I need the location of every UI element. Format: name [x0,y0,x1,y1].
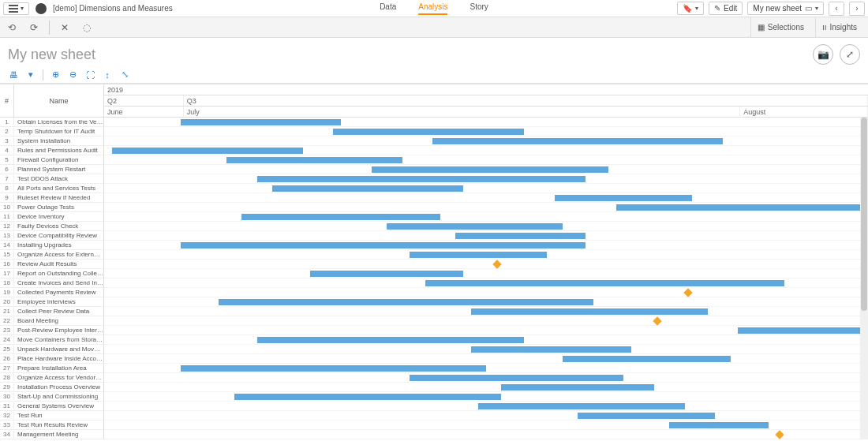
table-row[interactable]: 33Test Run Results Review [0,420,103,430]
table-row[interactable]: 31General Systems Overview [0,402,103,411]
table-row[interactable]: 13Device Compatibility Review [0,231,103,241]
step-forward-button[interactable]: ⟳ [27,21,41,35]
gantt-bar[interactable] [410,252,547,258]
gantt-bar[interactable] [272,185,463,192]
table-row[interactable]: 8All Ports and Services Tests [0,184,103,193]
gantt-bar[interactable] [669,422,769,428]
table-row[interactable]: 28Organize Access for Vendor Installatio [0,373,103,383]
table-row[interactable]: 22Board Meeting [0,316,103,326]
bookmark-button[interactable]: 🔖 ▾ [677,2,704,15]
gantt-bar[interactable] [181,365,486,372]
gantt-bar[interactable] [478,403,684,409]
gantt-bar[interactable] [219,299,593,305]
gantt-bar[interactable] [226,157,402,163]
menu-button[interactable]: ▾ [3,2,29,15]
expand-vert-button[interactable]: ↕ [100,68,114,82]
table-row[interactable]: 1Obtain Licenses from the Vendor [0,118,103,127]
milestone-diamond-icon[interactable] [492,260,501,268]
caret-down-icon: ▾ [695,5,698,12]
selections-panel-button[interactable]: ▦ Selections [750,17,810,38]
table-row[interactable]: 27Prepare Installation Area [0,364,103,373]
print-button[interactable]: 🖶 [6,68,21,82]
table-row[interactable]: 12Faulty Devices Check [0,222,103,231]
gantt-bar[interactable] [241,214,440,220]
table-row[interactable]: 32Test Run [0,411,103,420]
step-back-button[interactable]: ⟲ [5,21,19,35]
index-header[interactable]: # [0,84,14,117]
table-row[interactable]: 9Ruleset Review If Needed [0,193,103,203]
name-header[interactable]: Name [14,84,103,117]
table-row[interactable]: 15Organize Access for External Audit Tea [0,250,103,260]
gantt-bar[interactable] [372,166,608,173]
table-row[interactable]: 3System Installation [0,136,103,146]
gantt-bar[interactable] [310,271,463,277]
edit-button[interactable]: ✎ Edit [709,2,743,15]
gantt-bar[interactable] [555,195,692,201]
print-menu-caret[interactable]: ▾ [24,68,38,82]
table-row[interactable]: 11Device Inventory [0,212,103,222]
gantt-bar[interactable] [563,356,731,362]
gantt-bar[interactable] [112,148,303,154]
gantt-bar[interactable] [410,375,623,381]
gantt-bar[interactable] [738,327,868,334]
table-row[interactable]: 26Place Hardware Inside According to In [0,354,103,364]
scrollbar-thumb[interactable] [861,118,867,311]
sheet-selector[interactable]: My new sheet ▭ ▾ [747,2,824,15]
table-row[interactable]: 14Installing Upgrades [0,241,103,250]
table-row[interactable]: 19Collected Payments Review [0,288,103,297]
vertical-scrollbar[interactable] [860,118,868,439]
gantt-bar[interactable] [471,346,631,353]
table-row[interactable]: 25Unpack Hardware and Move Indoors [0,345,103,354]
gantt-bar[interactable] [257,176,586,182]
table-row[interactable]: 29Installation Process Overview [0,383,103,392]
milestone-diamond-icon[interactable] [683,288,692,297]
table-row[interactable]: 21Collect Peer Review Data [0,307,103,316]
gantt-bar[interactable] [471,308,708,315]
gantt-bar[interactable] [257,337,525,343]
snapshot-button[interactable]: 📷 [813,44,833,65]
insights-panel-button[interactable]: ıı Insights [815,17,863,38]
table-row[interactable]: 18Create Invoices and Send Invoices [0,278,103,288]
fit-button[interactable]: ⛶ [83,68,97,82]
nav-story[interactable]: Story [470,2,488,15]
gantt-bar[interactable] [616,204,868,211]
table-row[interactable]: 23Post-Review Employee Interviews and [0,326,103,335]
gantt-bar[interactable] [425,280,784,286]
gantt-bar[interactable] [234,394,502,400]
gantt-bar[interactable] [455,233,586,239]
milestone-diamond-icon[interactable] [653,316,661,325]
table-row[interactable]: 6Planned System Restart [0,165,103,174]
fullscreen-button[interactable]: ⤢ [840,44,860,65]
quarter-q3: Q3 [184,95,868,106]
table-row[interactable]: 17Report on Outstanding Collections [0,269,103,278]
table-row[interactable]: 10Power Outage Tests [0,203,103,212]
zoom-in-button[interactable]: ⊕ [48,68,62,82]
collapse-button[interactable]: ⤡ [118,68,132,82]
table-row[interactable]: 4Rules and Permissions Audit [0,146,103,155]
gantt-bar[interactable] [432,138,723,144]
table-row[interactable]: 5Firewall Configuration [0,155,103,165]
table-row[interactable]: 20Employee Interviews [0,297,103,307]
next-sheet-button[interactable]: › [849,2,865,16]
nav-data[interactable]: Data [380,2,396,15]
gantt-bar[interactable] [501,384,654,391]
table-row[interactable]: 16Review Audit Results [0,260,103,269]
table-row[interactable]: 24Move Containers from Storage Facility [0,335,103,345]
smart-search-button[interactable]: ◌ [80,21,94,35]
gantt-bar[interactable] [387,223,563,230]
table-row[interactable]: 7Test DDOS Attack [0,174,103,184]
gantt-bar[interactable] [181,242,586,249]
prev-sheet-button[interactable]: ‹ [829,2,844,16]
nav-analysis[interactable]: Analysis [418,2,447,15]
gantt-right-pane[interactable]: 2019 Q2 Q3 June July August [104,84,868,439]
clear-selections-button[interactable]: ✕ [58,21,72,35]
zoom-out-button[interactable]: ⊖ [65,68,80,82]
milestone-diamond-icon[interactable] [775,430,784,439]
gantt-bar[interactable] [181,119,341,125]
gantt-bar[interactable] [578,413,715,419]
table-row[interactable]: 34Management Meeting [0,430,103,439]
gantt-bar[interactable] [333,129,524,135]
table-row[interactable]: 30Start-Up and Commissioning [0,392,103,402]
table-row[interactable]: 2Temp Shutdown for IT Audit [0,127,103,136]
task-name: Collected Payments Review [14,289,103,296]
